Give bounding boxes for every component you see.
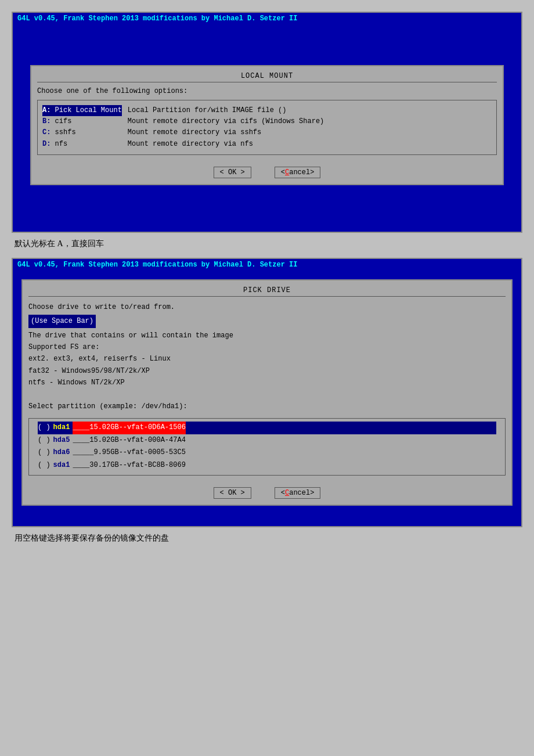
option-b[interactable]: B: cifs [42, 116, 122, 127]
drive-radio-2: ( ) [38, 434, 50, 447]
use-spacebar: (Use Space Bar) [28, 315, 96, 327]
drive-line7: Select partition (example: /dev/hda1): [28, 401, 506, 412]
drive-size-3: _____9.95GB--vfat-0005-53C5 [73, 447, 185, 459]
drive-line5: fat32 - Windows95/98/NT/2k/XP [28, 365, 506, 377]
dialog-buttons-1: < OK > <Cancel> [37, 164, 497, 178]
options-keys: A: Pick Local Mount B: cifs C: sshfs D: … [42, 105, 122, 150]
drive-line4: ext2. ext3, ext4, reiserfs - Linux [28, 353, 506, 365]
option-a-label: Pick Local Mount [50, 106, 121, 114]
cancel-c-key: C [285, 168, 289, 177]
drive-item-hda1[interactable]: ( ) hda1 ____15.02GB--vfat-0D6A-1506 [38, 422, 496, 434]
option-c-key: C: [42, 128, 50, 136]
terminal-window-2: G4L v0.45, Frank Stephen 2013 modificati… [12, 258, 522, 527]
dialog-subtitle-1: Choose one of the following options: [37, 87, 497, 95]
dialog-pick-drive: PICK DRIVE Choose drive to write to/read… [21, 279, 513, 506]
drive-line3: Supported FS are: [28, 341, 506, 353]
drive-name-3: hda6 [53, 447, 70, 459]
drive-info: Choose drive to write to/read from. (Use… [28, 301, 506, 413]
dialog-title-2: PICK DRIVE [28, 286, 506, 297]
option-a-desc: Local Partition for/with IMAGE file () [128, 105, 492, 116]
drive-radio-1: ( ) [38, 422, 50, 434]
option-c[interactable]: C: sshfs [42, 127, 122, 138]
drive-radio-4: ( ) [38, 459, 50, 472]
drive-list: ( ) hda1 ____15.02GB--vfat-0D6A-1506 ( )… [28, 418, 506, 475]
dialog-local-mount: LOCAL MOUNT Choose one of the following … [30, 65, 504, 185]
cancel-button-1[interactable]: <Cancel> [275, 167, 321, 178]
options-list: A: Pick Local Mount B: cifs C: sshfs D: … [37, 100, 497, 155]
drive-item-sda1[interactable]: ( ) sda1 ____30.17GB--vfat-BC8B-8069 [38, 459, 496, 472]
dialog-buttons-2: < OK > <Cancel> [28, 484, 506, 499]
option-b-label: cifs [50, 117, 71, 125]
dialog-title-1: LOCAL MOUNT [37, 72, 497, 82]
drive-size-4: ____30.17GB--vfat-BC8B-8069 [73, 459, 185, 472]
option-a-key: A: [42, 106, 50, 114]
terminal-window-1: G4L v0.45, Frank Stephen 2013 modificati… [12, 12, 522, 233]
option-a[interactable]: A: Pick Local Mount [42, 105, 122, 116]
drive-name-1: hda1 [53, 422, 70, 434]
terminal-title-2: G4L v0.45, Frank Stephen 2013 modificati… [13, 259, 521, 271]
cancel-c-key-2: C [285, 489, 289, 497]
option-b-key: B: [42, 117, 50, 125]
drive-line1: Choose drive to write to/read from. [28, 301, 506, 313]
drive-item-hda6[interactable]: ( ) hda6 _____9.95GB--vfat-0005-53C5 [38, 447, 496, 459]
option-c-label: sshfs [50, 128, 75, 136]
ok-button-2[interactable]: < OK > [214, 487, 251, 499]
drive-line6: ntfs - Windows NT/2k/XP [28, 377, 506, 388]
drive-radio-3: ( ) [38, 447, 50, 459]
drive-size-2: ____15.02GB--vfat-000A-47A4 [73, 434, 185, 447]
terminal-title-1: G4L v0.45, Frank Stephen 2013 modificati… [13, 13, 521, 24]
ok-button-1[interactable]: < OK > [214, 167, 251, 178]
annotation-2: 用空格键选择将要保存备份的镜像文件的盘 [12, 533, 522, 543]
option-c-desc: Mount remote directory via sshfs [128, 127, 492, 138]
option-b-desc: Mount remote directory via cifs (Windows… [128, 116, 492, 127]
option-d[interactable]: D: nfs [42, 139, 122, 150]
drive-item-hda5[interactable]: ( ) hda5 ____15.02GB--vfat-000A-47A4 [38, 434, 496, 447]
drive-name-2: hda5 [53, 434, 70, 447]
annotation-1: 默认光标在 A，直接回车 [12, 239, 522, 249]
options-descriptions: Local Partition for/with IMAGE file () M… [128, 105, 492, 150]
drive-line2: The drive that contains or will contain … [28, 330, 506, 341]
drive-name-4: sda1 [53, 459, 70, 472]
option-d-key: D: [42, 140, 50, 148]
option-d-label: nfs [50, 140, 67, 148]
option-d-desc: Mount remote directory via nfs [128, 139, 492, 150]
drive-size-1: ____15.02GB--vfat-0D6A-1506 [73, 422, 185, 434]
cancel-button-2[interactable]: <Cancel> [275, 487, 321, 499]
